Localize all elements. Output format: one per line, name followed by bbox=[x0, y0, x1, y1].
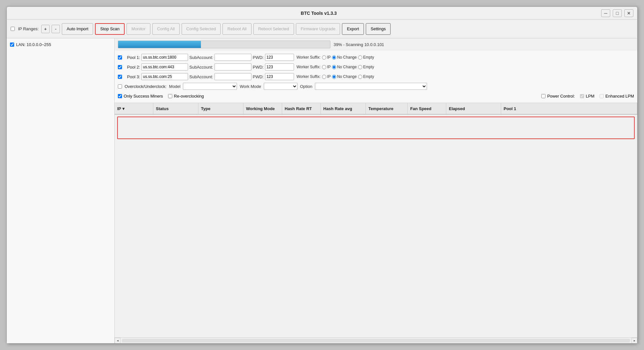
pool-1-radio-no-change[interactable]: No Change bbox=[332, 55, 357, 60]
pool-1-ws-label: Worker Suffix: bbox=[297, 55, 321, 60]
pool-3-radio-ip[interactable]: IP bbox=[322, 74, 331, 79]
work-mode-select[interactable] bbox=[264, 83, 298, 90]
stop-scan-button[interactable]: Stop Scan bbox=[95, 23, 125, 35]
re-overclock-checkbox[interactable] bbox=[168, 94, 172, 98]
lpm-checkbox[interactable] bbox=[580, 94, 584, 98]
pool-2-sub-input[interactable] bbox=[214, 63, 251, 71]
th-status[interactable]: Status bbox=[153, 103, 198, 114]
pool-3-label: Pool 3: bbox=[123, 74, 140, 79]
pool-1-sub-label: SubAccount: bbox=[189, 55, 213, 60]
lpm-text: LPM bbox=[586, 94, 594, 99]
th-working-mode[interactable]: Working Mode bbox=[243, 103, 282, 114]
th-elapsed[interactable]: Elapsed bbox=[446, 103, 501, 114]
export-button[interactable]: Export bbox=[342, 23, 364, 35]
pool-2-row: Pool 2: SubAccount: PWD: Worker Suffix: … bbox=[118, 63, 634, 71]
overclock-checkbox[interactable] bbox=[118, 84, 122, 89]
pool-2-worker-suffix: Worker Suffix: IP No Change Empty bbox=[297, 65, 374, 69]
only-success-text: Only Success Miners bbox=[124, 94, 163, 99]
re-overclock-text: Re-overclocking bbox=[174, 94, 204, 99]
main-window: BTC Tools v1.3.3 ─ □ ✕ IP Ranges: + - Au… bbox=[6, 6, 638, 344]
ip-ranges-label: IP Ranges: bbox=[18, 26, 39, 31]
scrollbar-track[interactable] bbox=[122, 339, 630, 343]
pool-2-label: Pool 2: bbox=[123, 65, 140, 70]
pool-3-ws-label: Worker Suffix: bbox=[297, 74, 321, 79]
power-control-checkbox[interactable] bbox=[541, 94, 545, 98]
progress-bar-fill bbox=[118, 41, 201, 48]
auto-import-button[interactable]: Auto Import bbox=[62, 23, 93, 35]
pool-2-url-input[interactable] bbox=[141, 63, 188, 71]
th-hash-rate-rt[interactable]: Hash Rate RT bbox=[282, 103, 321, 114]
bottom-scrollbar: ◂ ▸ bbox=[115, 337, 637, 343]
pool-1-sub-input[interactable] bbox=[214, 54, 251, 61]
success-row: Only Success Miners Re-overclocking Powe… bbox=[118, 92, 634, 100]
enhanced-lpm-checkbox[interactable] bbox=[600, 94, 604, 98]
main-content: LAN: 10.0.0.0~255 39% - Scanning 10.0.0.… bbox=[7, 38, 637, 343]
pool-2-pwd-label: PWD: bbox=[253, 65, 264, 70]
pool-2-radio-empty[interactable]: Empty bbox=[358, 65, 374, 69]
monitor-button[interactable]: Monitor bbox=[127, 23, 150, 35]
table-body bbox=[115, 115, 637, 337]
enhanced-lpm-label[interactable]: Enhanced LPM bbox=[600, 94, 634, 99]
th-fan-speed[interactable]: Fan Speed bbox=[408, 103, 446, 114]
settings-button[interactable]: Settings bbox=[366, 23, 391, 35]
close-button[interactable]: ✕ bbox=[624, 9, 633, 17]
th-temperature[interactable]: Temperature bbox=[366, 103, 408, 114]
only-success-checkbox[interactable] bbox=[118, 94, 122, 98]
pool-3-pwd-label: PWD: bbox=[253, 74, 264, 79]
pool-3-sub-input[interactable] bbox=[214, 73, 251, 80]
scroll-right-button[interactable]: ▸ bbox=[631, 338, 637, 344]
title-bar: BTC Tools v1.3.3 ─ □ ✕ bbox=[7, 7, 637, 20]
ip-ranges-checkbox[interactable] bbox=[11, 27, 15, 31]
overclock-label: Overclock/Underclock: bbox=[125, 84, 166, 89]
pool-2-pwd-input[interactable] bbox=[265, 63, 294, 71]
option-select[interactable] bbox=[315, 83, 427, 90]
firmware-upgrade-button[interactable]: Firmware Upgrade bbox=[296, 23, 340, 35]
pool-3-sub-label: SubAccount: bbox=[189, 74, 213, 79]
empty-row-outline bbox=[117, 117, 635, 139]
model-select[interactable] bbox=[183, 83, 237, 90]
th-hash-rate-avg[interactable]: Hash Rate avg bbox=[321, 103, 366, 114]
pool-3-checkbox[interactable] bbox=[118, 75, 122, 79]
reboot-selected-button[interactable]: Reboot Selected bbox=[253, 23, 294, 35]
lan-label: LAN: 10.0.0.0~255 bbox=[16, 42, 51, 47]
pool-1-radio-ip[interactable]: IP bbox=[322, 55, 331, 60]
sidebar: LAN: 10.0.0.0~255 bbox=[7, 38, 115, 343]
pool-3-radio-empty[interactable]: Empty bbox=[358, 74, 374, 79]
pool-1-radio-empty[interactable]: Empty bbox=[358, 55, 374, 60]
config-all-button[interactable]: Config All bbox=[152, 23, 180, 35]
th-pool1[interactable]: Pool 1 bbox=[501, 103, 637, 114]
pool-1-url-input[interactable] bbox=[141, 54, 188, 61]
pool-3-row: Pool 3: SubAccount: PWD: Worker Suffix: … bbox=[118, 72, 634, 81]
option-label: Option bbox=[300, 84, 312, 89]
th-ip[interactable]: IP ▾ bbox=[115, 103, 153, 114]
power-control-label[interactable]: Power Control: bbox=[541, 94, 575, 99]
progress-text: 39% - Scanning 10.0.0.101 bbox=[334, 42, 384, 47]
pool-3-radio-no-change[interactable]: No Change bbox=[332, 74, 357, 79]
minimize-button[interactable]: ─ bbox=[601, 9, 610, 17]
overclock-row: Overclock/Underclock: Model Work Mode Op… bbox=[118, 82, 634, 90]
progress-bar-background bbox=[118, 41, 330, 48]
sidebar-item-lan[interactable]: LAN: 10.0.0.0~255 bbox=[9, 41, 112, 48]
only-success-label[interactable]: Only Success Miners bbox=[118, 94, 163, 99]
pool-2-checkbox[interactable] bbox=[118, 65, 122, 69]
pool-1-checkbox[interactable] bbox=[118, 55, 122, 60]
add-ip-button[interactable]: + bbox=[41, 25, 50, 33]
pool-3-url-input[interactable] bbox=[141, 73, 188, 80]
work-mode-label: Work Mode bbox=[240, 84, 261, 89]
lpm-label[interactable]: LPM bbox=[580, 94, 594, 99]
pool-1-pwd-input[interactable] bbox=[265, 54, 294, 61]
maximize-button[interactable]: □ bbox=[613, 9, 622, 17]
pool-2-radio-ip[interactable]: IP bbox=[322, 65, 331, 69]
re-overclock-label[interactable]: Re-overclocking bbox=[168, 94, 204, 99]
th-type[interactable]: Type bbox=[198, 103, 243, 114]
model-label: Model bbox=[169, 84, 180, 89]
remove-ip-button[interactable]: - bbox=[52, 25, 60, 33]
reboot-all-button[interactable]: Reboot All bbox=[223, 23, 251, 35]
pool-3-pwd-input[interactable] bbox=[265, 73, 294, 80]
title-bar-controls: ─ □ ✕ bbox=[601, 9, 633, 17]
pool-2-radio-no-change[interactable]: No Change bbox=[332, 65, 357, 69]
config-selected-button[interactable]: Config Selected bbox=[182, 23, 221, 35]
lan-checkbox[interactable] bbox=[10, 43, 14, 47]
scroll-left-button[interactable]: ◂ bbox=[115, 338, 120, 344]
pool-1-label: Pool 1: bbox=[123, 55, 140, 60]
